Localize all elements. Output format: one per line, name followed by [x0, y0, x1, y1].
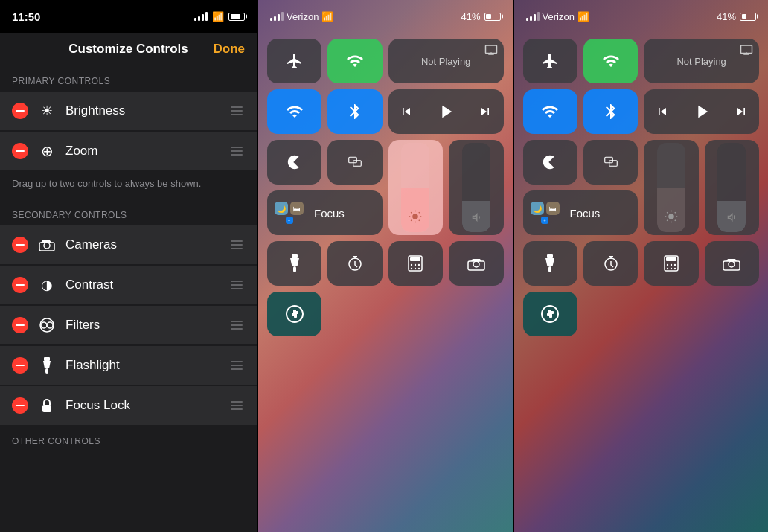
- right-cellular-button[interactable]: [583, 39, 638, 83]
- cc-battery-right: [740, 13, 756, 21]
- screen-mirror-button[interactable]: [327, 140, 382, 185]
- media-controls[interactable]: [388, 89, 504, 134]
- shazam-button-cc[interactable]: [267, 292, 321, 336]
- remove-contrast-button[interactable]: [12, 277, 28, 293]
- cc-battery-center: [484, 13, 501, 21]
- panel-header: Customize Controls Done: [0, 33, 257, 65]
- contrast-drag-handle[interactable]: [228, 277, 245, 293]
- svg-point-21: [418, 268, 420, 269]
- right-focus-label: Focus: [570, 207, 601, 219]
- media-title: Not Playing: [421, 56, 470, 67]
- svg-rect-31: [666, 257, 676, 261]
- filters-drag-handle[interactable]: [228, 317, 245, 333]
- svg-rect-12: [293, 266, 296, 272]
- svg-rect-25: [609, 161, 617, 167]
- flashlight-drag-handle[interactable]: [228, 357, 245, 374]
- remove-zoom-button[interactable]: [12, 143, 28, 159]
- other-controls-label: OTHER CONTROLS: [0, 426, 257, 451]
- contrast-control[interactable]: ◑ Contrast: [0, 266, 257, 304]
- contrast-icon: ◑: [36, 274, 58, 296]
- volume-slider-center[interactable]: [449, 140, 503, 235]
- left-panel: 11:50 📶 Customize Controls Done PRIMARY …: [0, 0, 257, 532]
- cc-battery-pct-right: 41%: [717, 11, 736, 22]
- cc-status-bar-center: Verizon 📶 41%: [258, 0, 513, 33]
- primary-controls-label: PRIMARY CONTROLS: [0, 65, 257, 91]
- flashlight-label: Flashlight: [65, 358, 228, 373]
- right-calculator-button[interactable]: [644, 241, 698, 286]
- svg-rect-23: [468, 261, 484, 270]
- svg-point-34: [674, 264, 676, 266]
- cc-carrier-center: Verizon: [287, 11, 319, 22]
- right-bluetooth-button[interactable]: [583, 89, 638, 134]
- right-media-widget[interactable]: Not Playing: [644, 39, 759, 83]
- brightness-drag-handle[interactable]: [228, 103, 245, 119]
- remove-focuslock-button[interactable]: [12, 397, 28, 414]
- right-media-controls[interactable]: [644, 89, 759, 134]
- right-flashlight-button[interactable]: [523, 241, 577, 286]
- right-control-center: Verizon 📶 41% Not Playing: [514, 0, 769, 532]
- right-camera-button[interactable]: [705, 241, 759, 286]
- brightness-control[interactable]: ☀ Brightness: [0, 92, 257, 130]
- right-screen-mirror-button[interactable]: [583, 140, 638, 185]
- flashlight-control[interactable]: Flashlight: [0, 346, 257, 385]
- right-wifi-button[interactable]: [523, 89, 577, 134]
- right-volume-slider[interactable]: [705, 140, 759, 235]
- focus-button[interactable]: 🌙 🛏 + Focus: [267, 190, 383, 235]
- right-timer-button[interactable]: [583, 241, 638, 286]
- svg-point-4: [47, 322, 53, 328]
- secondary-controls-label: SECONDARY CONTROLS: [0, 199, 257, 225]
- flashlight-button-cc[interactable]: [267, 241, 321, 286]
- zoom-drag-handle[interactable]: [228, 143, 245, 159]
- airplane-button[interactable]: [267, 39, 321, 83]
- focuslock-label: Focus Lock: [65, 398, 228, 413]
- svg-rect-15: [410, 257, 420, 261]
- camera-button-cc[interactable]: [449, 241, 503, 286]
- cellular-button[interactable]: [327, 39, 382, 83]
- bluetooth-button[interactable]: [327, 89, 382, 134]
- right-media-title: Not Playing: [676, 56, 726, 67]
- cc-signal-icon-right: [526, 12, 540, 21]
- right-shazam-button[interactable]: [523, 292, 577, 336]
- filters-control[interactable]: Filters: [0, 306, 257, 344]
- svg-point-33: [671, 264, 672, 266]
- svg-rect-7: [42, 405, 51, 412]
- cameras-control[interactable]: Cameras: [0, 225, 257, 264]
- focuslock-drag-handle[interactable]: [228, 397, 245, 414]
- right-airplane-button[interactable]: [523, 39, 577, 83]
- cc-carrier-right: Verizon: [543, 11, 575, 22]
- svg-point-38: [729, 261, 735, 267]
- cc-grid-right: Not Playing: [514, 33, 769, 342]
- filters-label: Filters: [65, 318, 228, 333]
- remove-cameras-button[interactable]: [12, 237, 28, 253]
- svg-point-17: [415, 264, 416, 266]
- media-widget[interactable]: Not Playing: [388, 39, 504, 83]
- zoom-label: Zoom: [65, 144, 228, 158]
- svg-rect-9: [353, 161, 362, 167]
- orientation-button[interactable]: [267, 140, 321, 185]
- wifi-button[interactable]: [267, 89, 321, 134]
- focuslock-control[interactable]: Focus Lock: [0, 386, 257, 425]
- svg-point-37: [674, 268, 676, 269]
- remove-filters-button[interactable]: [12, 317, 28, 333]
- done-button[interactable]: Done: [214, 42, 246, 57]
- calculator-button-cc[interactable]: [388, 241, 443, 286]
- cc-status-right-right: 41%: [717, 11, 756, 22]
- center-control-center: Verizon 📶 41% Not Playing: [258, 0, 513, 532]
- svg-rect-39: [723, 261, 740, 270]
- zoom-control[interactable]: ⊕ Zoom: [0, 132, 257, 170]
- timer-button-cc[interactable]: [327, 241, 382, 286]
- svg-rect-6: [45, 368, 48, 374]
- brightness-label: Brightness: [65, 103, 228, 118]
- brightness-slider-center[interactable]: [388, 140, 443, 235]
- remove-flashlight-button[interactable]: [12, 357, 28, 374]
- remove-brightness-button[interactable]: [12, 103, 28, 119]
- svg-point-0: [44, 243, 50, 249]
- cc-status-right-center: 41%: [461, 11, 500, 22]
- cc-status-bar-right: Verizon 📶 41%: [514, 0, 769, 33]
- svg-rect-1: [39, 243, 54, 251]
- right-focus-button[interactable]: 🌙 🛏 + Focus: [523, 190, 639, 235]
- cameras-drag-handle[interactable]: [228, 237, 245, 253]
- right-brightness-slider[interactable]: [644, 140, 698, 235]
- svg-point-18: [418, 264, 420, 266]
- right-orientation-button[interactable]: [523, 140, 577, 185]
